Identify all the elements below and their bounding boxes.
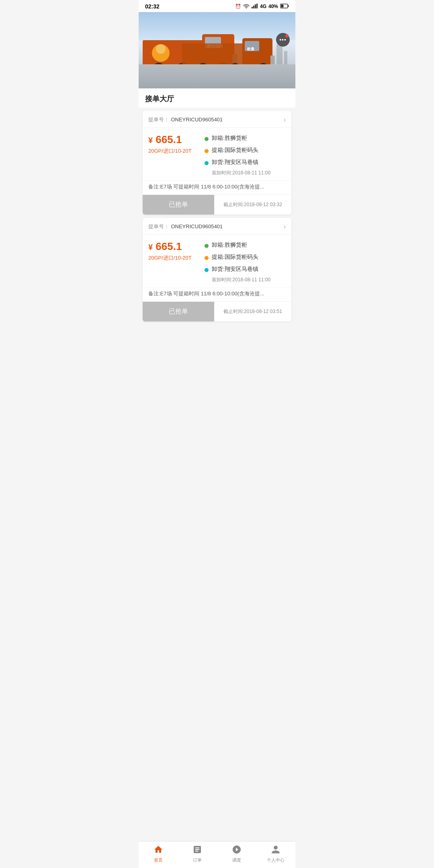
routes-section-2: 卸箱:胜狮货柜 提箱:国际货柜码头 卸货:翔安区马巷镇 装卸时间:2018-08… <box>205 240 286 283</box>
card-footer-1: 已抢单 截止时间:2018-08-12 03:32 <box>143 194 291 215</box>
hero-ground <box>139 64 295 88</box>
route-dot-orange-2 <box>205 256 209 260</box>
header-label-1: 提单号： ONEYRICUD9605401 <box>148 116 223 123</box>
price-section-1: ¥ 665.1 20GP/进口/10-20T <box>148 133 201 176</box>
route-row-1-0: 卸箱:胜狮货柜 <box>205 133 286 143</box>
grabbed-button-2[interactable]: 已抢单 <box>143 302 214 321</box>
price-section-2: ¥ 665.1 20GP/进口/10-20T <box>148 240 201 283</box>
svg-rect-6 <box>288 5 289 7</box>
card-header-1[interactable]: 提单号： ONEYRICUD9605401 › <box>143 111 291 128</box>
card-remark-2: 备注:E7场 可提箱时间 11/8 6:00-10:00(含海沧提... <box>143 287 291 301</box>
section-title: 接单大厅 <box>139 88 295 108</box>
wifi-icon <box>243 4 250 10</box>
svg-point-0 <box>246 8 247 8</box>
network-type: 4G <box>260 4 266 9</box>
price-amount-2: ¥ 665.1 <box>148 240 201 253</box>
header-label-2: 提单号： ONEYRICUD9605401 <box>148 223 223 230</box>
load-time-2: 装卸时间:2018-08-11 11:00 <box>212 276 286 283</box>
svg-rect-2 <box>253 6 254 8</box>
routes-section-1: 卸箱:胜狮货柜 提箱:国际货柜码头 卸货:翔安区马巷镇 装卸时间:2018-08… <box>205 133 286 176</box>
route-row-2-2: 卸货:翔安区马巷镇 <box>205 264 286 274</box>
grabbed-button-1[interactable]: 已抢单 <box>143 195 214 215</box>
price-amount-1: ¥ 665.1 <box>148 133 201 146</box>
svg-text:欧曼: 欧曼 <box>247 47 255 51</box>
route-dot-cyan-2 <box>205 268 209 272</box>
svg-rect-7 <box>281 4 284 7</box>
chevron-right-icon-1: › <box>284 116 286 123</box>
chevron-right-icon-2: › <box>284 223 286 230</box>
svg-rect-1 <box>252 7 253 8</box>
card-body-1: ¥ 665.1 20GP/进口/10-20T 卸箱:胜狮货柜 提箱:国际货柜码头… <box>143 128 291 180</box>
order-card-1: 提单号： ONEYRICUD9605401 › ¥ 665.1 20GP/进口/… <box>143 111 291 215</box>
alarm-icon: ⏰ <box>235 4 241 9</box>
price-spec-2: 20GP/进口/10-20T <box>148 254 201 262</box>
route-row-1-2: 卸货:翔安区马巷镇 <box>205 158 286 167</box>
svg-point-10 <box>156 44 166 54</box>
deadline-2: 截止时间:2018-08-12 03:51 <box>214 302 291 321</box>
load-time-1: 装卸时间:2018-08-11 11:00 <box>212 170 286 176</box>
hero-banner: 豪沃福田 欧曼 ••• <box>139 12 295 88</box>
card-header-2[interactable]: 提单号： ONEYRICUD9605401 › <box>143 218 291 235</box>
route-row-2-1: 提箱:国际货柜码头 <box>205 252 286 262</box>
page-content: 接单大厅 提单号： ONEYRICUD9605401 › ¥ 665.1 20G… <box>139 88 295 353</box>
battery-icon <box>280 4 289 10</box>
battery-percent: 40% <box>268 4 278 9</box>
route-dot-cyan-1 <box>205 161 209 165</box>
route-row-2-0: 卸箱:胜狮货柜 <box>205 240 286 250</box>
status-bar: 02:32 ⏰ 4G 40% <box>139 0 295 12</box>
deadline-1: 截止时间:2018-08-12 03:32 <box>214 195 291 215</box>
chat-dots-icon: ••• <box>279 37 287 43</box>
route-dot-orange-1 <box>205 149 209 153</box>
card-footer-2: 已抢单 截止时间:2018-08-12 03:51 <box>143 301 291 321</box>
route-row-1-1: 提箱:国际货柜码头 <box>205 145 286 155</box>
card-body-2: ¥ 665.1 20GP/进口/10-20T 卸箱:胜狮货柜 提箱:国际货柜码头… <box>143 235 291 287</box>
svg-rect-3 <box>255 4 256 8</box>
svg-rect-4 <box>256 4 258 8</box>
price-spec-1: 20GP/进口/10-20T <box>148 147 201 155</box>
status-icons: ⏰ 4G 40% <box>235 4 289 10</box>
card-remark-1: 备注:E7场 可提箱时间 11/8 6:00-10:00(含海沧提... <box>143 180 291 194</box>
route-dot-green-2 <box>205 244 209 248</box>
status-time: 02:32 <box>145 3 160 10</box>
chat-button[interactable]: ••• <box>276 33 290 47</box>
signal-icon <box>252 4 258 10</box>
route-dot-green-1 <box>205 137 209 141</box>
order-card-2: 提单号： ONEYRICUD9605401 › ¥ 665.1 20GP/进口/… <box>143 218 291 321</box>
